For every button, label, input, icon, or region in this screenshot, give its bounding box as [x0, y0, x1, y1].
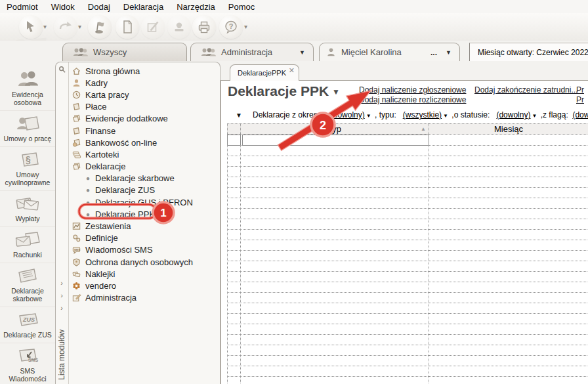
flag-icon[interactable] — [88, 15, 112, 39]
bullet-icon: ● — [86, 186, 90, 194]
link-dodaj-zakonczenie-zatrudnienia[interactable]: Dodaj zakończenie zatrudni... — [474, 85, 578, 95]
tree-item-strona-glowna[interactable]: Strona główna — [70, 65, 220, 77]
tree-item-finanse[interactable]: Finanse — [70, 125, 220, 137]
chevron-down-icon[interactable]: ▼ — [446, 49, 452, 56]
menu-dodaj[interactable]: Dodaj — [81, 1, 117, 12]
person-icon — [72, 78, 81, 88]
workspace-tab-wszyscy[interactable]: Wszyscy — [62, 43, 187, 61]
sidebar-item-rachunki[interactable]: Rachunki — [0, 227, 55, 263]
workspace-tab-administracja[interactable]: Administracja ▼ — [190, 43, 314, 61]
sidebar-item-label: Deklaracje skarbowe — [1, 287, 54, 303]
tree-item-label: Deklaracje GUS i PFRON — [95, 198, 193, 207]
table-row — [227, 219, 588, 230]
sidebar-item-deklaracje-skarbowe[interactable]: Deklaracje skarbowe — [0, 263, 55, 307]
pin-icon[interactable] — [58, 66, 66, 74]
table-header-typ[interactable]: Typ ▲ — [240, 124, 429, 134]
tree-item-deklaracje-zus[interactable]: ●Deklaracje ZUS — [70, 184, 220, 196]
table-row — [227, 261, 588, 272]
table-selected-row[interactable] — [227, 135, 588, 146]
link-clipped-right-1[interactable]: Pr — [576, 85, 584, 95]
filter-type-value[interactable]: (wszystkie) — [403, 110, 442, 119]
module-list-strip[interactable]: ››› Lista modułów — [56, 62, 69, 384]
sidebar-item-deklaracje-zus[interactable]: Deklaracje ZUS — [0, 307, 55, 343]
group-icon — [200, 47, 216, 57]
tab-panel-join — [230, 79, 299, 81]
sidebar-item-ewidencja-osobowa[interactable]: Ewidencja osobowa — [0, 67, 55, 111]
declarations-table: Typ ▲ Miesiąc — [227, 123, 588, 384]
tree-item-label: Deklaracje — [85, 161, 125, 171]
menu-pomoc[interactable]: Pomoc — [222, 1, 261, 12]
filter-status-value[interactable]: (dowolny) — [496, 110, 530, 119]
table-row — [227, 146, 588, 156]
sidebar-item-umowy-cywilnoprawne[interactable]: Umowy cywilnoprawne — [0, 147, 55, 191]
tree-item-bankowosc-on-line[interactable]: Bankowość on-line — [70, 137, 220, 148]
tree-item-label: Wiadomości SMS — [85, 245, 153, 255]
sidebar-item-wyplaty[interactable]: Wypłaty — [0, 191, 55, 227]
table-row — [227, 209, 588, 219]
chevron-down-icon[interactable]: ▼ — [443, 113, 448, 119]
tree-item-zestawienia[interactable]: Zestawienia — [70, 220, 220, 232]
more-button[interactable]: ... — [430, 48, 437, 57]
tree-item-wiadomosci-sms[interactable]: Wiadomości SMS — [70, 244, 220, 256]
filter-flag-value[interactable]: (dowolna) — [572, 110, 588, 119]
tree-item-administracja[interactable]: Administracja — [70, 292, 220, 304]
page-title[interactable]: Deklaracje PPK▼ — [228, 83, 340, 99]
sort-icon: ▲ — [421, 126, 426, 132]
month-status: Miesiąc otwarty: Czerwiec 2022 r. — [469, 43, 588, 61]
tree-item-label: vendero — [85, 281, 116, 291]
tree-item-definicje[interactable]: Definicje — [70, 232, 220, 244]
tree-item-deklaracje-skarbowe[interactable]: ●Deklaracje skarbowe — [70, 173, 220, 184]
chevron-down-icon[interactable]: ▼ — [532, 113, 537, 119]
filter-label-typ: , typu: — [375, 110, 396, 119]
column-label: Typ — [327, 124, 341, 134]
tree-item-ewidencje-dodatkowe[interactable]: Ewidencje dodatkowe — [70, 113, 220, 125]
filter-period-value[interactable]: (dowolny) — [331, 110, 365, 119]
tree-item-label: Deklaracje PPK — [95, 209, 155, 219]
tree-item-deklaracje-ppk[interactable]: ●Deklaracje PPK — [70, 208, 220, 220]
table-header-selector[interactable] — [227, 124, 240, 134]
printer-icon[interactable] — [192, 15, 216, 39]
sms-document-icon — [14, 347, 41, 365]
menu-podmiot[interactable]: Podmiot — [0, 1, 45, 12]
sidebar-item-label: Umowy cywilnoprawne — [1, 171, 54, 186]
tree-item-place[interactable]: Płace — [70, 101, 220, 113]
chevron-down-icon[interactable]: ▼ — [299, 49, 305, 56]
tree-item-label: Ochrona danych osobowych — [85, 257, 193, 267]
sheet-icon — [72, 126, 81, 136]
table-header-miesiac[interactable]: Miesiąc — [429, 124, 588, 134]
chevron-down-icon[interactable]: ▼ — [366, 113, 371, 119]
document-tab-deklaracjeppk[interactable]: DeklaracjePPK ✕ — [230, 64, 299, 81]
new-page-icon[interactable] — [116, 15, 139, 39]
tree-item-naklejki[interactable]: Naklejki — [70, 268, 220, 280]
dropdown-caret-icon[interactable]: ▾ — [244, 23, 247, 30]
edit-icon — [141, 15, 165, 39]
table-row — [227, 293, 588, 303]
close-icon[interactable]: ✕ — [289, 66, 295, 75]
filter-label-flaga: ,z flagą: — [541, 110, 568, 119]
table-row — [227, 230, 588, 240]
tree-item-karta-pracy[interactable]: Karta pracy — [70, 89, 220, 100]
menu-narzedzia[interactable]: Narzędzia — [170, 1, 222, 12]
tree-item-kartoteki[interactable]: Kartoteki — [70, 148, 220, 160]
dropdown-caret-icon[interactable]: ▾ — [43, 23, 47, 30]
application-window: Podmiot Widok Dodaj Deklaracja Narzędzia… — [0, 0, 588, 384]
tree-item-deklaracje-gus-i-pfron[interactable]: ●Deklaracje GUS i PFRON — [70, 196, 220, 208]
table-row — [227, 324, 588, 335]
help-icon[interactable] — [219, 15, 243, 39]
tree-item-deklaracje[interactable]: Deklaracje — [70, 161, 220, 173]
tree-item-ochrona-danych-osobowych[interactable]: Ochrona danych osobowych — [70, 256, 220, 268]
link-clipped-right-2[interactable]: Pr — [576, 95, 584, 104]
menu-deklaracja[interactable]: Deklaracja — [117, 1, 170, 12]
tree-item-vendero[interactable]: vendero — [70, 280, 220, 291]
newspaper-icon — [14, 267, 41, 285]
sidebar-item-label: Umowy o pracę — [1, 135, 54, 142]
filter-dropdown-icon[interactable]: ▼ — [236, 112, 242, 119]
sidebar-item-umowy-o-prace[interactable]: Umowy o pracę — [0, 111, 55, 147]
tree-item-kadry[interactable]: Kadry — [70, 77, 220, 89]
menu-widok[interactable]: Widok — [45, 1, 81, 12]
workspace-tab-miecel-karolina[interactable]: Mięciel Karolina ... ▼ — [319, 43, 460, 61]
link-dodaj-naliczenie-zgloszeniowe[interactable]: Dodaj naliczenie zgłoszeniowe — [359, 85, 466, 95]
link-dodaj-naliczenie-rozliczeniowe[interactable]: Dodaj naliczenie rozliczeniowe — [359, 95, 466, 104]
sidebar-item-sms-wiadomosci-robocze[interactable]: SMS Wiadomości robocze — [0, 343, 55, 384]
table-row — [227, 303, 588, 314]
